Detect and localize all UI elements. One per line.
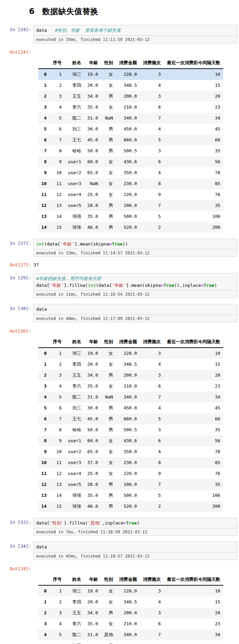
- table-row: 89user160.0女430.6656: [38, 156, 223, 167]
- data-cell: 女: [101, 189, 116, 200]
- input-row: In [24]:data #性别、年龄 里面各有个缺失值executed in …: [0, 25, 239, 43]
- section-number: 6: [29, 7, 35, 16]
- data-cell: 500.5: [116, 145, 140, 156]
- data-cell: 23: [164, 618, 223, 629]
- data-cell: user1: [65, 435, 84, 446]
- notebook-cell: In [27]:int(data['年龄'].mean(skipna=True)…: [0, 239, 239, 268]
- output-prompt: Out[30]:: [0, 326, 33, 334]
- data-cell: 女: [101, 457, 116, 468]
- table-row: 45陈二31.0NaN340.0734: [38, 113, 223, 124]
- data-cell: 19.0: [84, 585, 101, 597]
- data-cell: 450.0: [116, 640, 140, 644]
- data-cell: 李六: [65, 381, 84, 392]
- table-row: 56刘三30.0男450.0445: [38, 640, 223, 644]
- data-cell: 王五: [65, 91, 84, 102]
- table-row-highlighted: 01张三19.0女228.0310: [38, 69, 223, 80]
- data-cell: 340.0: [116, 392, 140, 403]
- column-header-cell: 消费金额: [116, 57, 140, 69]
- data-cell: 女: [101, 156, 116, 167]
- data-cell: user1: [65, 156, 84, 167]
- data-cell: user2: [65, 446, 84, 457]
- data-cell: 14: [50, 211, 65, 222]
- row-index-cell: 2: [38, 607, 50, 618]
- data-cell: 女: [101, 446, 116, 457]
- table-row: 910user265.0女350.0478: [38, 167, 223, 178]
- code-token: data: [36, 544, 47, 549]
- table-row: 56刘三30.0男450.0445: [38, 403, 223, 414]
- data-cell: 20: [164, 91, 223, 102]
- data-cell: 5: [140, 490, 164, 501]
- data-cell: 108.0: [116, 479, 140, 490]
- data-cell: 4: [140, 359, 164, 370]
- table-row: 1213user528.0男108.0735: [38, 479, 223, 490]
- table-row: 1112user425.0女220.0976: [38, 189, 223, 200]
- row-index-cell: 5: [38, 124, 50, 135]
- data-cell: 3: [140, 424, 164, 435]
- data-cell: 3: [50, 91, 65, 102]
- data-cell: 30.0: [84, 403, 101, 414]
- code-editor[interactable]: int(data['年龄'].mean(skipna=True))execute…: [33, 239, 237, 257]
- code-token: =: [109, 241, 112, 247]
- data-cell: 男: [101, 200, 116, 211]
- code-content: data #性别、年龄 里面各有个缺失值: [34, 25, 237, 36]
- data-cell: 200.0: [116, 607, 140, 618]
- code-editor[interactable]: #年龄的缺失值，用平均值来代替 data['年龄'].fillna(int(da…: [33, 273, 237, 298]
- code-content: int(data['年龄'].mean(skipna=True)): [34, 239, 237, 249]
- index-header-cell: [38, 336, 50, 348]
- data-cell: user3: [65, 457, 84, 468]
- data-cell: 78: [164, 446, 223, 457]
- code-editor[interactable]: data['性别'].fillna('其他',inplace=True)exec…: [33, 518, 237, 536]
- data-cell: 男: [101, 640, 116, 644]
- row-index-cell: 3: [38, 381, 50, 392]
- data-cell: 李四: [65, 597, 84, 607]
- data-cell: NaN: [101, 113, 116, 124]
- data-cell: 7: [140, 200, 164, 211]
- input-row: In [30]:dataexecuted in 48ms, finished 1…: [0, 304, 239, 322]
- code-editor[interactable]: data #性别、年龄 里面各有个缺失值executed in 35ms, fi…: [33, 25, 237, 43]
- data-cell: 30.0: [84, 124, 101, 135]
- data-cell: 刘三: [65, 640, 84, 644]
- data-cell: 3: [50, 370, 65, 381]
- data-cell: 3: [140, 348, 164, 359]
- data-cell: 230.0: [116, 178, 140, 189]
- data-cell: 张三: [65, 348, 84, 359]
- data-cell: 520.0: [116, 501, 140, 512]
- data-cell: 45.0: [84, 135, 101, 145]
- data-cell: 8: [140, 178, 164, 189]
- code-token: '性别': [50, 520, 64, 526]
- output-text: 37: [33, 260, 39, 267]
- data-cell: 35.0: [84, 211, 101, 222]
- table-row: 67王七45.0男660.0566: [38, 414, 223, 424]
- table-row: 1112user425.0女220.0976: [38, 468, 223, 479]
- data-cell: 20: [164, 607, 223, 618]
- data-cell: 10: [50, 446, 65, 457]
- dataframe-table: 序号姓名年龄性别消费金额消费频次最近一次消费距今间隔天数01张三19.0女228…: [38, 336, 223, 512]
- code-token: ): [214, 283, 217, 288]
- data-cell: 2: [50, 597, 65, 607]
- code-content: #年龄的缺失值，用平均值来代替 data['年龄'].fillna(int(da…: [34, 274, 237, 290]
- table-row: 89user160.0女430.6656: [38, 435, 223, 446]
- row-index-cell: 1: [38, 597, 50, 607]
- code-editor[interactable]: dataexecuted in 48ms, finished 11:17:09 …: [33, 304, 237, 322]
- data-cell: 男: [101, 479, 116, 490]
- dataframe-table: 序号姓名年龄性别消费金额消费频次最近一次消费距今间隔天数01张三19.0女228…: [38, 57, 223, 233]
- input-prompt: In [30]:: [0, 304, 33, 311]
- dataframe-body: 01张三19.0女228.031012李四20.0女348.541523王五34…: [38, 69, 223, 233]
- code-token: data[: [36, 520, 50, 526]
- data-cell: 7: [50, 414, 65, 424]
- table-row: 01张三19.0女228.0310: [38, 585, 223, 597]
- table-row: 1314张强35.0男500.05106: [38, 490, 223, 501]
- code-editor[interactable]: dataexecuted in 45ms, finished 11:18:57 …: [33, 542, 237, 560]
- data-cell: 35.0: [84, 381, 101, 392]
- data-cell: 45: [164, 640, 223, 644]
- data-cell: 女: [101, 618, 116, 629]
- data-cell: 106: [164, 211, 223, 222]
- data-cell: 女: [101, 597, 116, 607]
- data-cell: 8: [140, 457, 164, 468]
- data-cell: 4: [140, 167, 164, 178]
- data-cell: 1: [50, 69, 65, 80]
- data-cell: 50.0: [84, 424, 101, 435]
- data-cell: 张张: [65, 222, 84, 233]
- data-cell: 2: [50, 80, 65, 91]
- row-index-cell: 10: [38, 178, 50, 189]
